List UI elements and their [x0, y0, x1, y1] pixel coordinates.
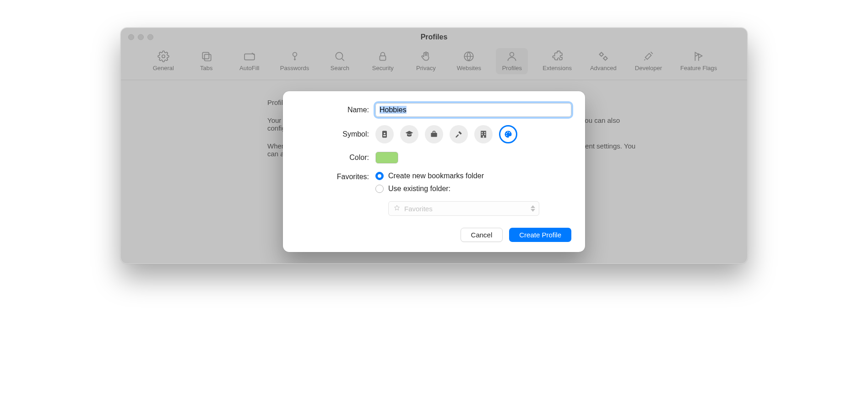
svg-rect-1 [202, 52, 209, 59]
stepper-arrows-icon [531, 205, 535, 212]
svg-rect-13 [383, 135, 386, 137]
create-profile-button[interactable]: Create Profile [509, 228, 571, 242]
svg-rect-6 [380, 56, 386, 60]
svg-point-4 [293, 52, 297, 56]
svg-rect-3 [244, 54, 255, 60]
hammer-icon [454, 130, 463, 139]
svg-point-10 [604, 57, 607, 60]
radio-use-existing-label: Use existing folder: [388, 185, 450, 193]
titlebar: Profiles [121, 28, 747, 46]
star-icon [393, 204, 401, 213]
svg-point-0 [162, 55, 165, 58]
svg-rect-15 [456, 134, 459, 138]
toolbar-item-extensions[interactable]: Extensions [539, 48, 575, 74]
svg-point-12 [384, 133, 385, 135]
toolbar-label: Developer [635, 65, 662, 71]
person-icon [505, 50, 518, 63]
search-icon [333, 50, 346, 63]
symbol-option-hammer[interactable] [450, 125, 468, 143]
radio-create-new-label: Create new bookmarks folder [388, 172, 484, 180]
toolbar-label: Advanced [590, 65, 617, 71]
symbol-option-graduation-cap[interactable] [400, 125, 418, 143]
traffic-lights [128, 34, 153, 40]
toolbar-item-tabs[interactable]: Tabs [190, 48, 222, 74]
gears-icon [597, 50, 610, 63]
svg-point-24 [509, 132, 510, 133]
tabs-icon [200, 50, 213, 63]
window-title: Profiles [421, 33, 448, 41]
profile-name-value: Hobbies [380, 106, 407, 114]
dropdown-value: Favorites [404, 205, 433, 213]
toolbar-label: General [153, 65, 174, 71]
color-label: Color: [297, 154, 375, 162]
toolbar-label: Extensions [542, 65, 572, 71]
profile-color-well[interactable] [375, 152, 398, 164]
toolbar-item-general[interactable]: General [147, 48, 179, 74]
svg-rect-18 [484, 132, 486, 133]
svg-point-25 [506, 135, 507, 136]
radio-create-new-folder[interactable] [375, 172, 384, 180]
toolbar-item-search[interactable]: Search [324, 48, 356, 74]
autofill-icon [243, 50, 256, 63]
lock-icon [376, 50, 389, 63]
toolbar-item-privacy[interactable]: Privacy [410, 48, 442, 74]
cancel-button[interactable]: Cancel [461, 228, 503, 242]
svg-rect-20 [484, 134, 486, 135]
toolbar-item-developer[interactable]: Developer [631, 48, 666, 74]
building-icon [479, 130, 488, 139]
id-card-icon [380, 130, 389, 139]
toolbar-label: Feature Flags [680, 65, 717, 71]
symbol-option-palette[interactable] [499, 125, 517, 143]
toolbar-label: Tabs [200, 65, 212, 71]
graduation-cap-icon [405, 130, 414, 139]
toolbar-item-profiles[interactable]: Profiles [496, 48, 528, 74]
hand-icon [419, 50, 432, 63]
close-window-button[interactable] [128, 34, 134, 40]
toolbar-item-feature-flags[interactable]: Feature Flags [677, 48, 721, 74]
toolbar-label: Privacy [416, 65, 436, 71]
name-label: Name: [297, 106, 375, 114]
symbol-option-id-card[interactable] [375, 125, 394, 143]
existing-folder-dropdown[interactable]: Favorites [388, 201, 539, 216]
svg-point-9 [600, 53, 603, 56]
puzzle-icon [551, 50, 564, 63]
svg-point-8 [510, 52, 514, 56]
profile-name-field[interactable]: Hobbies [375, 103, 571, 117]
svg-point-22 [506, 133, 507, 134]
svg-point-23 [507, 132, 508, 132]
toolbar-item-security[interactable]: Security [367, 48, 399, 74]
minimize-window-button[interactable] [138, 34, 144, 40]
svg-rect-19 [482, 134, 483, 135]
gear-icon [157, 50, 170, 63]
symbol-label: Symbol: [297, 130, 375, 138]
briefcase-icon [429, 130, 439, 139]
toolbar-item-autofill[interactable]: AutoFill [233, 48, 266, 74]
key-icon [288, 50, 301, 63]
toolbar-item-passwords[interactable]: Passwords [277, 48, 313, 74]
symbol-option-building[interactable] [474, 125, 493, 143]
svg-rect-17 [482, 132, 483, 133]
tools-icon [642, 50, 655, 63]
toolbar-label: Search [331, 65, 349, 71]
radio-use-existing-folder[interactable] [375, 185, 384, 193]
zoom-window-button[interactable] [147, 34, 153, 40]
svg-point-5 [336, 52, 343, 59]
symbol-option-briefcase[interactable] [425, 125, 443, 143]
globe-icon [462, 50, 475, 63]
toolbar-item-websites[interactable]: Websites [453, 48, 485, 74]
toolbar-item-advanced[interactable]: Advanced [586, 48, 620, 74]
svg-rect-14 [431, 133, 437, 137]
flags-icon [692, 50, 705, 63]
toolbar-label: AutoFill [239, 65, 259, 71]
toolbar-label: Security [372, 65, 394, 71]
toolbar-label: Profiles [502, 65, 522, 71]
toolbar-label: Passwords [280, 65, 309, 71]
palette-icon [504, 130, 513, 139]
preferences-toolbar: General Tabs AutoFill Passwords Search [121, 46, 747, 80]
toolbar-label: Websites [457, 65, 481, 71]
svg-rect-2 [204, 55, 211, 61]
create-profile-sheet: Name: Hobbies Symbol: [283, 91, 585, 252]
preferences-window: Profiles General Tabs AutoFill Password [120, 27, 748, 264]
favorites-label: Favorites: [297, 172, 375, 181]
svg-rect-21 [483, 136, 484, 137]
